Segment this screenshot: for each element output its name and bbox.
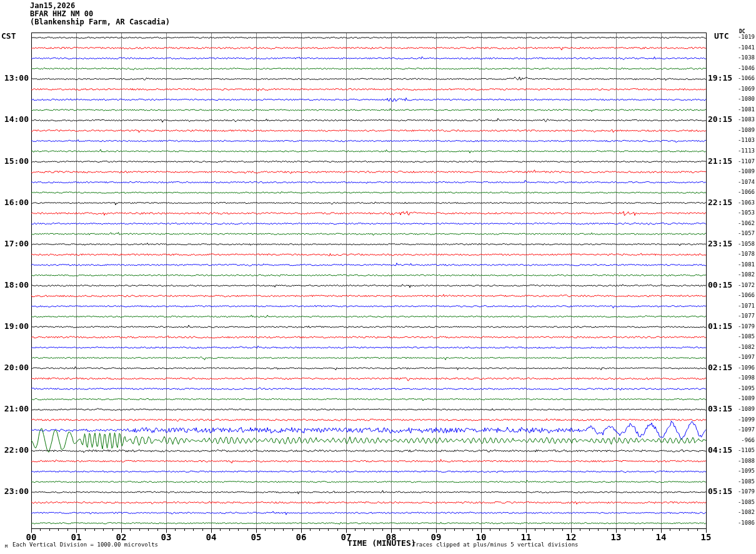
footer-right-note: Traces clipped at plus/minus 5 vertical … [412, 541, 579, 548]
dc-value: -1083 [730, 116, 755, 123]
seismogram-canvas [0, 0, 756, 554]
cst-time-label: 22:00 [0, 446, 29, 455]
cst-time-label: 21:00 [0, 405, 29, 413]
dc-value: -1077 [730, 313, 755, 319]
dc-value: -1081 [730, 261, 755, 268]
dc-value: -1098 [730, 375, 755, 381]
dc-value: -1099 [730, 416, 755, 423]
x-tick-label: 12 [557, 533, 585, 541]
dc-value: -1097 [730, 354, 755, 360]
dc-value: -966 [730, 437, 755, 443]
dc-value: -1105 [730, 447, 755, 453]
footer-left-note: Each Vertical Division = 1000.00 microvo… [12, 541, 158, 548]
cst-time-label: 19:00 [0, 322, 29, 331]
cst-time-label: 16:00 [0, 198, 29, 207]
dc-value: -1063 [730, 199, 755, 206]
x-tick-label: 14 [647, 533, 675, 541]
dc-value: -1080 [730, 96, 755, 102]
dc-value: -1062 [730, 220, 755, 226]
dc-value: -1057 [730, 230, 755, 236]
title-location: (Blankenship Farm, AR Cascadia) [30, 18, 170, 26]
dc-value: -1058 [730, 241, 755, 247]
x-tick-label: 00 [17, 533, 45, 541]
dc-value: -1046 [730, 65, 755, 71]
dc-value: -1079 [730, 488, 755, 495]
cst-time-label: 15:00 [0, 157, 29, 166]
x-tick-label: 09 [422, 533, 450, 541]
dc-value: -1071 [730, 303, 755, 309]
dc-value: -1095 [730, 468, 755, 474]
dc-value: -1066 [730, 292, 755, 298]
helicorder-display: Jan15,2026 BFAR HHZ NM 00 (Blankenship F… [0, 0, 756, 554]
dc-value: -1041 [730, 44, 755, 51]
utc-axis-label: UTC [714, 32, 729, 40]
dc-value: -1066 [730, 189, 755, 195]
dc-value: -1069 [730, 86, 755, 92]
dc-value: -1085 [730, 333, 755, 340]
x-tick-label: 10 [467, 533, 495, 541]
cst-time-label: 17:00 [0, 239, 29, 248]
dc-value: -1086 [730, 520, 755, 526]
dc-value: -1107 [730, 158, 755, 164]
dc-value: -1089 [730, 168, 755, 174]
dc-value: -1053 [730, 209, 755, 216]
x-tick-label: 01 [62, 533, 90, 541]
dc-value: -1074 [730, 179, 755, 185]
cst-axis-label: CST [1, 32, 16, 40]
dc-value: -1019 [730, 34, 755, 40]
dc-value: -1097 [730, 426, 755, 433]
dc-value: -1089 [730, 127, 755, 133]
dc-value: -1088 [730, 458, 755, 464]
dc-value: -1089 [730, 395, 755, 401]
x-tick-label: 11 [512, 533, 540, 541]
dc-value: -1113 [730, 148, 755, 154]
dc-value: -1082 [730, 509, 755, 515]
dc-value: -1038 [730, 54, 755, 61]
x-tick-label: 15 [692, 533, 720, 541]
dc-value: -1085 [730, 478, 755, 485]
dc-value: -1096 [730, 365, 755, 371]
dc-value: -1085 [730, 499, 755, 505]
x-tick-label: 03 [152, 533, 180, 541]
footer-mark: M [5, 545, 7, 549]
cst-time-label: 23:00 [0, 487, 29, 496]
x-tick-label: 06 [287, 533, 315, 541]
dc-value: -1072 [730, 282, 755, 288]
cst-time-label: 13:00 [0, 74, 29, 83]
cst-time-label: 20:00 [0, 363, 29, 372]
x-axis-title: TIME (MINUTES) [347, 539, 416, 547]
dc-value: -1082 [730, 344, 755, 350]
cst-time-label: 18:00 [0, 281, 29, 290]
x-tick-label: 02 [107, 533, 135, 541]
dc-value: -1081 [730, 106, 755, 113]
dc-value: -1089 [730, 406, 755, 412]
dc-value: -1082 [730, 271, 755, 278]
dc-value: -1103 [730, 137, 755, 143]
cst-time-label: 14:00 [0, 115, 29, 124]
dc-value: -1066 [730, 75, 755, 81]
dc-value: -1095 [730, 385, 755, 391]
dc-value: -1078 [730, 251, 755, 257]
dc-value: -1079 [730, 323, 755, 330]
x-tick-label: 04 [197, 533, 225, 541]
x-tick-label: 05 [242, 533, 270, 541]
x-tick-label: 13 [602, 533, 630, 541]
